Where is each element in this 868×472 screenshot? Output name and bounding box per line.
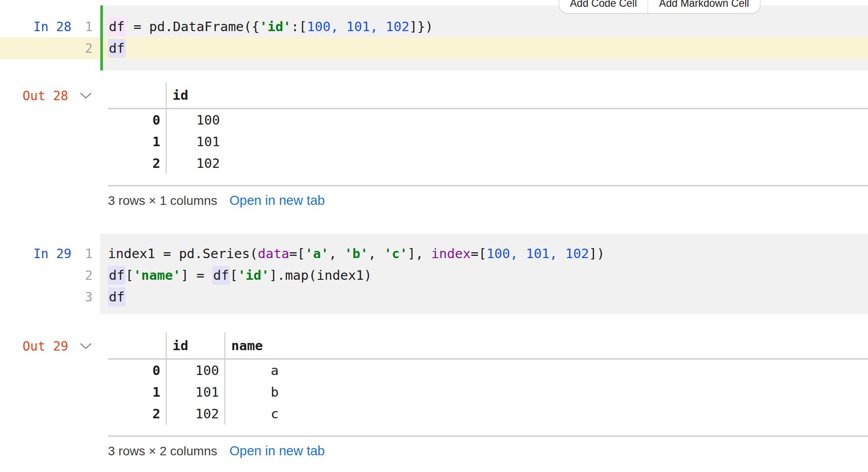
code-line[interactable]: In 28 1 df = pd.DataFrame({'id':[100, 10…: [0, 16, 868, 37]
dataframe-row[interactable]: 1101: [108, 131, 868, 153]
cell-bottom-padding: [0, 59, 868, 70]
row-index: 2: [108, 403, 167, 425]
output-out-29: Out 29 idname0100a1101b2102c 3 rows × 2 …: [0, 333, 868, 458]
notebook-editor: Add Code Cell Add Markdown Cell In 28 1 …: [0, 0, 868, 472]
code-line[interactable]: 3 df: [0, 286, 868, 308]
out-prompt-label: Out 29: [23, 339, 68, 354]
code-token: index1 = pd.Series(: [108, 246, 258, 261]
column-header: name: [225, 333, 284, 358]
dataframe-row[interactable]: 0100a: [108, 360, 868, 381]
add-code-cell-button[interactable]: Add Code Cell: [559, 0, 648, 13]
code-token: 100, 101, 102: [486, 246, 589, 261]
code-token: 'name': [133, 268, 181, 283]
cell-top-padding: [0, 234, 868, 243]
line-number: 2: [71, 268, 100, 283]
cell-value: 100: [167, 109, 225, 131]
index-column-header: [108, 333, 167, 358]
cell-value: b: [225, 381, 284, 403]
dataframe-header-row: idname: [108, 333, 868, 360]
code-token: =[: [289, 246, 305, 261]
code-token: index: [431, 246, 471, 261]
code-text: df = pd.DataFrame({'id':[100, 101, 102]}…: [108, 17, 433, 36]
chevron-down-icon[interactable]: [80, 342, 92, 350]
code-token: :[: [291, 19, 307, 34]
add-markdown-cell-button[interactable]: Add Markdown Cell: [648, 0, 760, 13]
code-token: ].map(index1): [269, 268, 372, 283]
index-column-header: [108, 82, 167, 108]
row-index: 0: [108, 109, 167, 131]
row-index: 2: [108, 153, 167, 174]
code-token: df: [108, 17, 126, 36]
code-text: df['name'] = df['id'].map(index1): [108, 266, 372, 285]
code-line[interactable]: In 29 1 index1 = pd.Series(data=['a', 'b…: [0, 243, 868, 264]
code-token: 'id': [238, 268, 269, 283]
chevron-down-icon[interactable]: [80, 92, 92, 99]
code-token: df: [212, 266, 230, 285]
code-text: index1 = pd.Series(data=['a', 'b', 'c'],…: [108, 246, 605, 261]
code-line[interactable]: 2 df['name'] = df['id'].map(index1): [0, 264, 868, 286]
dataframe-table: idname0100a1101b2102c: [108, 333, 868, 437]
code-token: = pd.DataFrame({: [126, 19, 260, 34]
row-index: 1: [108, 381, 167, 403]
row-index: 0: [108, 360, 167, 381]
cell-value: 101: [167, 131, 225, 153]
table-dimensions-label: 3 rows × 2 columns: [108, 444, 217, 458]
output-out-28: Out 28 id010011012102 3 rows × 1 columns…: [0, 82, 868, 208]
cell-value: 102: [167, 153, 225, 174]
code-token: data: [258, 246, 289, 261]
cell-value: a: [225, 360, 284, 381]
open-in-new-tab-link[interactable]: Open in new tab: [229, 193, 325, 208]
code-token: ]): [589, 246, 605, 261]
cell-value: 102: [167, 403, 225, 425]
dataframe-row[interactable]: 2102c: [108, 403, 868, 425]
code-cell-in-28[interactable]: In 28 1 df = pd.DataFrame({'id':[100, 10…: [0, 5, 868, 70]
table-bottom-border: [108, 435, 868, 437]
cell-value: 100: [167, 360, 225, 381]
code-cell-in-29[interactable]: In 29 1 index1 = pd.Series(data=['a', 'b…: [0, 234, 868, 314]
code-token: ],: [408, 246, 431, 261]
in-prompt-label: In 29: [0, 246, 71, 261]
code-token: [: [230, 268, 238, 283]
line-number: 1: [71, 19, 100, 34]
dataframe-table: id010011012102: [108, 82, 868, 186]
open-in-new-tab-link[interactable]: Open in new tab: [229, 444, 325, 458]
code-token: ,: [329, 246, 345, 261]
code-token: =[: [471, 246, 486, 261]
code-token: df: [108, 266, 126, 285]
row-index: 1: [108, 131, 167, 153]
cell-value: c: [225, 403, 284, 425]
cell-value: 101: [167, 381, 225, 403]
add-cell-toolbar: Add Code Cell Add Markdown Cell: [559, 0, 761, 14]
code-token: [: [126, 268, 133, 283]
line-number: 1: [71, 246, 100, 261]
out-prompt-label: Out 28: [23, 88, 68, 103]
code-text: df: [108, 39, 126, 58]
code-token: 'b': [345, 246, 368, 261]
dataframe-row[interactable]: 2102: [108, 153, 868, 174]
table-dimensions-label: 3 rows × 1 columns: [108, 194, 217, 208]
column-header: id: [167, 82, 225, 108]
code-text: df: [108, 287, 126, 306]
code-token: ,: [368, 246, 384, 261]
code-token: 'a': [305, 246, 329, 261]
column-header: id: [167, 333, 225, 358]
dataframe-header-row: id: [108, 82, 868, 109]
code-token: ]}): [409, 19, 433, 34]
in-prompt-label: In 28: [0, 19, 71, 34]
code-token: df: [108, 39, 126, 58]
line-number: 2: [71, 41, 100, 56]
code-token: df: [108, 287, 126, 306]
dataframe-row[interactable]: 0100: [108, 109, 868, 131]
code-token: 'c': [384, 246, 407, 261]
code-token: 100, 101, 102: [307, 19, 410, 34]
dataframe-row[interactable]: 1101b: [108, 381, 868, 403]
code-token: 'id': [260, 19, 291, 34]
table-bottom-border: [108, 185, 868, 186]
code-token: ] =: [181, 268, 212, 283]
line-number: 3: [71, 290, 100, 305]
cell-bottom-padding: [0, 308, 868, 314]
code-line-active[interactable]: 2 df: [0, 37, 868, 59]
